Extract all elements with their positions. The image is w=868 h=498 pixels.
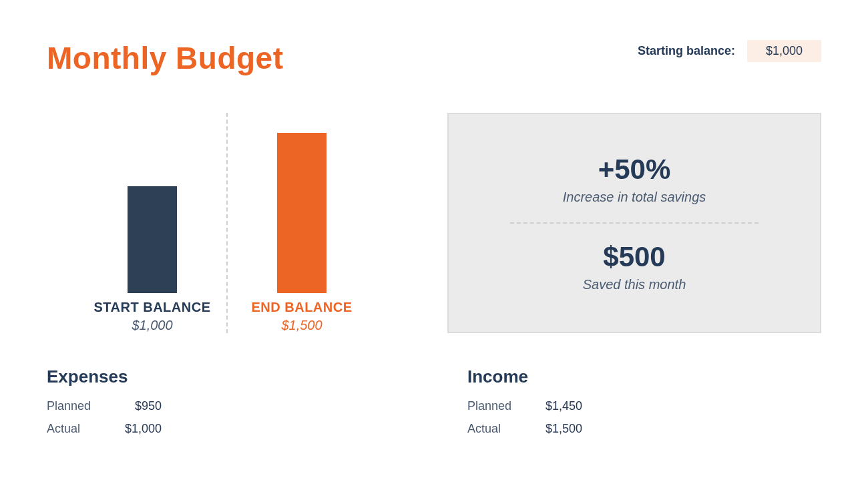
end-balance-bar [277,133,327,293]
expenses-planned-value: $950 [114,399,174,413]
starting-balance-row: Starting balance: $1,000 [638,40,821,62]
saved-amount: $500 [603,241,665,273]
balance-bar-chart: START BALANCE $1,000 END BALANCE $1,500 [47,113,407,333]
expenses-planned-label: Planned [47,399,114,413]
start-balance-bar [128,186,177,293]
increase-label: Increase in total savings [563,190,706,205]
expenses-planned-row: Planned $950 [47,397,401,415]
saved-label: Saved this month [583,277,686,292]
income-title: Income [467,366,821,387]
start-balance-value: $1,000 [132,318,172,333]
summary-divider [510,222,758,224]
end-balance-column: END BALANCE $1,500 [232,133,372,333]
income-actual-row: Actual $1,500 [467,419,821,438]
start-balance-column: START BALANCE $1,000 [82,133,222,333]
expenses-actual-label: Actual [47,422,114,436]
increase-percent: +50% [598,154,671,186]
income-planned-row: Planned $1,450 [467,397,821,415]
savings-summary-card: +50% Increase in total savings $500 Save… [447,113,821,333]
income-actual-value: $1,500 [534,422,594,436]
income-panel: Income Planned $1,450 Actual $1,500 [467,366,821,442]
starting-balance-value: $1,000 [747,40,821,62]
income-planned-value: $1,450 [534,399,594,413]
end-balance-label: END BALANCE [251,300,352,315]
start-balance-label: START BALANCE [93,300,210,315]
expenses-actual-value: $1,000 [114,422,174,436]
page-title: Monthly Budget [47,40,284,76]
income-planned-label: Planned [467,399,534,413]
income-actual-label: Actual [467,422,534,436]
balance-divider [226,113,228,333]
end-balance-value: $1,500 [281,318,322,333]
expenses-title: Expenses [47,366,401,387]
expenses-panel: Expenses Planned $950 Actual $1,000 [47,366,401,442]
starting-balance-label: Starting balance: [638,44,735,58]
expenses-actual-row: Actual $1,000 [47,419,401,438]
